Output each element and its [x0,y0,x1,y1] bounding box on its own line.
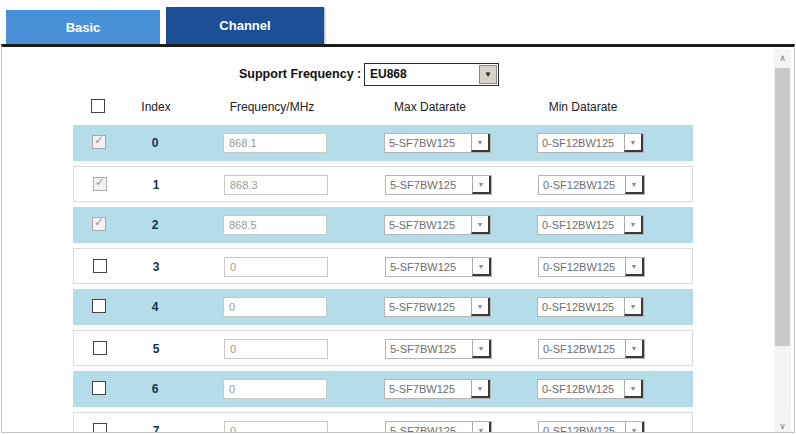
dropdown-arrow-icon: ▼ [625,340,644,358]
table-row: ✓ 4 5-SF7BW125 ▼ 0-SF12BW125 ▼ [73,289,693,325]
max-datarate-select[interactable]: 5-SF7BW125 ▼ [385,339,492,359]
min-datarate-select[interactable]: 0-SF12BW125 ▼ [537,133,644,153]
row-index: 5 [136,342,176,356]
checkmark-icon: ✓ [94,133,104,147]
dropdown-arrow-icon: ▼ [624,380,643,398]
min-datarate-select[interactable]: 0-SF12BW125 ▼ [538,175,645,195]
tab-channel[interactable]: Channel [166,7,324,44]
select-all-checkbox[interactable]: ✓ [91,99,105,113]
table-row: ✓ 2 5-SF7BW125 ▼ 0-SF12BW125 ▼ [73,207,693,243]
checkmark-icon: ✓ [95,175,105,189]
frequency-input[interactable] [223,215,327,235]
frequency-input[interactable] [224,257,328,277]
column-header-min-datarate: Min Datarate [513,100,653,114]
column-header-max-datarate: Max Datarate [360,100,500,114]
row-checkbox[interactable]: ✓ [92,381,106,395]
frequency-input[interactable] [224,339,328,359]
row-checkbox[interactable]: ✓ [93,341,107,355]
row-index: 6 [135,382,175,396]
min-datarate-select[interactable]: 0-SF12BW125 ▼ [538,257,645,277]
table-row: ✓ 3 5-SF7BW125 ▼ 0-SF12BW125 ▼ [73,248,693,284]
frequency-input[interactable] [224,175,328,195]
dropdown-arrow-icon[interactable]: ▼ [479,65,497,84]
frequency-input[interactable] [223,379,327,399]
min-datarate-select[interactable]: 0-SF12BW125 ▼ [537,297,644,317]
dropdown-arrow-icon: ▼ [471,134,490,152]
max-datarate-select[interactable]: 5-SF7BW125 ▼ [385,421,492,433]
scrollbar-thumb[interactable] [775,68,790,346]
table-row: ✓ 7 5-SF7BW125 ▼ 0-SF12BW125 ▼ [73,412,693,433]
scroll-down-icon[interactable]: ∨ [774,417,791,433]
max-datarate-select[interactable]: 5-SF7BW125 ▼ [385,257,492,277]
row-checkbox[interactable]: ✓ [92,299,106,313]
tab-basic[interactable]: Basic [6,10,160,44]
dropdown-arrow-icon: ▼ [472,176,491,194]
frequency-input[interactable] [223,133,327,153]
row-checkbox[interactable]: ✓ [93,177,107,191]
dropdown-arrow-icon: ▼ [624,216,643,234]
row-index: 1 [136,178,176,192]
tab-channel-label: Channel [219,18,270,33]
column-header-frequency: Frequency/MHz [202,100,342,114]
dropdown-arrow-icon: ▼ [471,298,490,316]
table-row: ✓ 6 5-SF7BW125 ▼ 0-SF12BW125 ▼ [73,371,693,407]
row-checkbox[interactable]: ✓ [93,423,107,433]
row-index: 4 [135,300,175,314]
scroll-up-icon[interactable]: ∧ [774,49,791,66]
vertical-scrollbar[interactable]: ∧ ∨ [774,49,791,433]
row-checkbox[interactable]: ✓ [92,135,106,149]
row-checkbox[interactable]: ✓ [92,217,106,231]
min-datarate-select[interactable]: 0-SF12BW125 ▼ [537,215,644,235]
min-datarate-select[interactable]: 0-SF12BW125 ▼ [538,421,645,433]
max-datarate-select[interactable]: 5-SF7BW125 ▼ [385,175,492,195]
tab-basic-label: Basic [66,20,101,35]
max-datarate-select[interactable]: 5-SF7BW125 ▼ [384,133,491,153]
support-frequency-select[interactable]: EU868 ▼ [364,63,499,86]
min-datarate-select[interactable]: 0-SF12BW125 ▼ [537,379,644,399]
frequency-input[interactable] [223,297,327,317]
frequency-input[interactable] [224,421,328,433]
table-row: ✓ 5 5-SF7BW125 ▼ 0-SF12BW125 ▼ [73,330,693,366]
max-datarate-select[interactable]: 5-SF7BW125 ▼ [384,215,491,235]
dropdown-arrow-icon: ▼ [472,340,491,358]
dropdown-arrow-icon: ▼ [471,216,490,234]
dropdown-arrow-icon: ▼ [472,422,491,433]
row-index: 2 [135,218,175,232]
row-index: 0 [135,136,175,150]
dropdown-arrow-icon: ▼ [471,380,490,398]
min-datarate-select[interactable]: 0-SF12BW125 ▼ [538,339,645,359]
max-datarate-select[interactable]: 5-SF7BW125 ▼ [384,297,491,317]
channel-settings-page: Basic Channel Support Frequency : EU868 … [0,0,796,434]
row-index: 7 [136,424,176,433]
dropdown-arrow-icon: ▼ [624,134,643,152]
column-header-index: Index [126,100,186,114]
dropdown-arrow-icon: ▼ [625,422,644,433]
dropdown-arrow-icon: ▼ [625,176,644,194]
support-frequency-label: Support Frequency : [239,67,361,81]
row-checkbox[interactable]: ✓ [93,259,107,273]
support-frequency-value: EU868 [370,67,407,81]
channel-config-panel: Support Frequency : EU868 ▼ ✓ Index Freq… [1,44,795,433]
table-row: ✓ 1 5-SF7BW125 ▼ 0-SF12BW125 ▼ [73,166,693,202]
dropdown-arrow-icon: ▼ [624,298,643,316]
row-index: 3 [136,260,176,274]
dropdown-arrow-icon: ▼ [625,258,644,276]
max-datarate-select[interactable]: 5-SF7BW125 ▼ [384,379,491,399]
dropdown-arrow-icon: ▼ [472,258,491,276]
table-row: ✓ 0 5-SF7BW125 ▼ 0-SF12BW125 ▼ [73,125,693,161]
checkmark-icon: ✓ [94,215,104,229]
